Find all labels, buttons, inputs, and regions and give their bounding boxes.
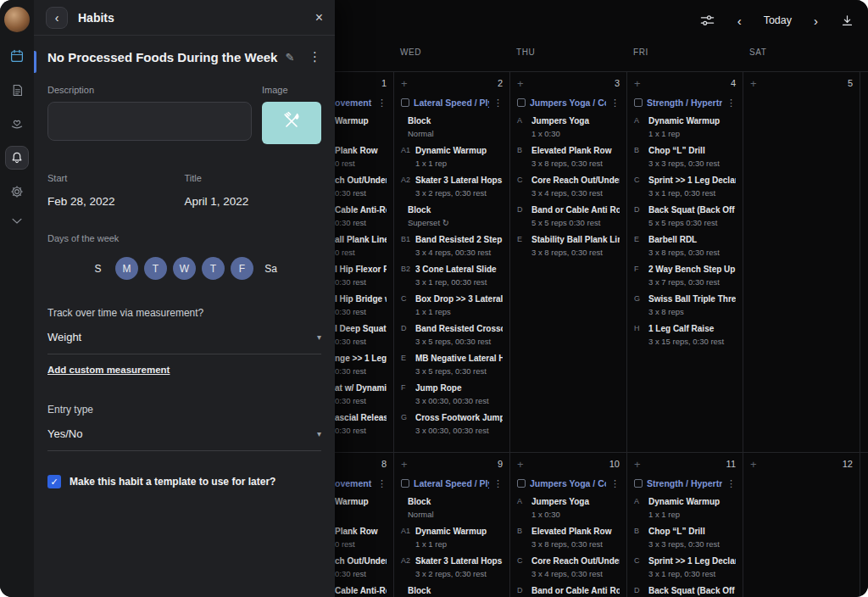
exercise-item[interactable]: AJumpers Yoga1 x 0:30 — [517, 115, 620, 138]
kebab-icon[interactable]: ⋮ — [309, 49, 321, 64]
exercise-item[interactable]: ch Out/Under0:30 rest — [335, 555, 387, 578]
end-date-field[interactable]: April 1, 2022 — [185, 195, 322, 208]
download-icon[interactable] — [840, 14, 854, 28]
day-toggle-3-w[interactable]: W — [173, 257, 196, 280]
workout-title[interactable]: Strength / Hypertro... — [647, 98, 722, 108]
exercise-item[interactable]: DBand Resisted Crossover...3 x 5 reps, 0… — [401, 323, 503, 346]
exercise-item[interactable]: Block — [401, 585, 503, 596]
kebab-icon[interactable]: ⋮ — [377, 98, 387, 108]
add-custom-measurement-link[interactable]: Add custom measurement — [47, 365, 170, 375]
exercise-item[interactable]: ch Out/Under0:30 rest — [335, 175, 387, 198]
exercise-item[interactable]: EBarbell RDL3 x 8 reps, 0:30 rest — [634, 234, 736, 257]
exercise-item[interactable]: ADynamic Warmup1 x 1 rep — [634, 115, 736, 138]
gear-icon[interactable] — [5, 180, 29, 204]
exercise-item[interactable]: A1Dynamic Warmup1 x 1 rep — [401, 526, 503, 549]
exercise-item[interactable]: CCore Reach Out/Under3 x 4 reps, 0:30 re… — [517, 555, 620, 578]
add-workout-button[interactable]: + — [401, 459, 408, 470]
workout-checkbox[interactable] — [517, 479, 526, 488]
avatar[interactable] — [4, 7, 30, 32]
exercise-item[interactable]: BChop “L” Drill3 x 3 reps, 0:30 rest — [634, 145, 736, 168]
exercise-item[interactable]: DBand or Cable Anti Rotati...5 x 5 reps … — [517, 204, 620, 227]
exercise-item[interactable]: Warmup — [335, 496, 387, 519]
exercise-item[interactable]: BlockNormal — [401, 496, 503, 519]
chevron-down-icon[interactable] — [5, 209, 29, 232]
exercise-item[interactable]: l Hip Bridge w/ ...0:30 rest — [335, 293, 387, 316]
workout-checkbox[interactable] — [401, 479, 409, 488]
workout-checkbox[interactable] — [634, 479, 643, 488]
exercise-item[interactable]: EMB Negative Lateral Hop...3 x 5 reps, 0… — [401, 353, 503, 376]
workout-checkbox[interactable] — [401, 98, 409, 107]
exercise-item[interactable]: Warmup — [335, 115, 387, 138]
add-workout-button[interactable]: + — [517, 459, 524, 470]
prev-week-icon[interactable]: ‹ — [737, 14, 742, 27]
exercise-item[interactable]: H1 Leg Calf Raise3 x 15 reps, 0:30 rest — [634, 323, 736, 346]
exercise-item[interactable]: l Hip Flexor Rais...0:30 rest — [335, 264, 387, 287]
exercise-item[interactable]: Cable Anti-Rotati...0:30 rest — [335, 204, 387, 227]
exercise-item[interactable]: EStability Ball Plank Linear ...3 x 8 re… — [517, 234, 620, 257]
add-workout-button[interactable]: + — [401, 78, 408, 89]
kebab-icon[interactable]: ⋮ — [493, 98, 503, 108]
exercise-item[interactable]: FJump Rope3 x 00:30, 00:30 rest — [401, 382, 503, 405]
workout-title[interactable]: ovement Q... — [335, 478, 373, 488]
workout-title[interactable]: Jumpers Yoga / Core — [530, 98, 606, 108]
exercise-item[interactable]: GCross Footwork Jump Rope3 x 00:30, 00:3… — [401, 412, 503, 435]
template-checkbox[interactable]: ✓ — [47, 475, 61, 488]
measurement-select[interactable]: Weight ▾ — [47, 331, 321, 354]
calendar-icon[interactable] — [5, 44, 29, 68]
exercise-item[interactable]: CSprint >> 1 Leg Declarations3 x 1 rep, … — [634, 175, 736, 198]
add-workout-button[interactable]: + — [634, 78, 641, 89]
pencil-icon[interactable]: ✎ — [285, 51, 309, 64]
add-workout-button[interactable]: + — [750, 459, 757, 470]
exercise-item[interactable]: A2Skater 3 Lateral Hops >> ...3 x 2 reps… — [401, 555, 503, 578]
add-workout-button[interactable]: + — [750, 78, 757, 89]
exercise-item[interactable]: at w/ Dynamic P...0:30 rest — [335, 382, 387, 405]
exercise-item[interactable]: BElevated Plank Row3 x 8 reps, 0:30 rest — [517, 145, 620, 168]
day-toggle-4-t[interactable]: T — [202, 257, 225, 280]
workout-title[interactable]: Jumpers Yoga / Core — [530, 478, 606, 488]
kebab-icon[interactable]: ⋮ — [726, 98, 736, 108]
exercise-item[interactable]: CSprint >> 1 Leg Declarations3 x 1 rep, … — [634, 555, 736, 578]
exercise-item[interactable]: ADynamic Warmup1 x 1 rep — [634, 496, 736, 519]
next-week-icon[interactable]: › — [814, 14, 818, 27]
day-toggle-0-s[interactable]: S — [86, 257, 109, 280]
exercise-item[interactable]: A2Skater 3 Lateral Hops >> ...3 x 2 reps… — [401, 175, 503, 198]
filters-icon[interactable] — [699, 14, 715, 27]
kebab-icon[interactable]: ⋮ — [610, 479, 620, 488]
exercise-item[interactable]: AJumpers Yoga1 x 0:30 — [517, 496, 620, 519]
heart-hands-icon[interactable] — [5, 112, 29, 136]
exercise-item[interactable]: A1Dynamic Warmup1 x 1 rep — [401, 145, 503, 168]
add-workout-button[interactable]: + — [634, 459, 641, 470]
day-toggle-5-f[interactable]: F — [231, 257, 253, 280]
workout-title[interactable]: ovement Q... — [335, 98, 373, 108]
exercise-item[interactable]: DBack Squat (Back Off Set) — [634, 585, 736, 596]
exercise-item[interactable]: Cable Anti-Rotati... — [335, 585, 387, 597]
start-date-field[interactable]: Feb 28, 2022 — [47, 195, 185, 208]
entry-type-select[interactable]: Yes/No ▾ — [47, 427, 321, 451]
exercise-item[interactable]: B23 Cone Lateral Slide3 x 1 rep, 00:30 r… — [401, 264, 503, 287]
exercise-item[interactable]: l Deep Squat Mo...0:30 rest — [335, 323, 387, 346]
habit-image[interactable] — [262, 102, 321, 144]
exercise-item[interactable]: nge >> 1 Leg St...0:30 rest — [335, 353, 387, 376]
kebab-icon[interactable]: ⋮ — [377, 479, 387, 488]
document-icon[interactable] — [5, 78, 29, 102]
day-toggle-2-t[interactable]: T — [144, 257, 167, 280]
workout-title[interactable]: Lateral Speed / Plyo — [414, 478, 489, 488]
add-workout-button[interactable]: + — [517, 78, 524, 89]
exercise-item[interactable]: CBox Drop >> 3 Lateral H...1 x 1 reps — [401, 293, 503, 316]
day-toggle-1-m[interactable]: M — [115, 257, 138, 280]
exercise-item[interactable]: CCore Reach Out/Under3 x 4 reps, 0:30 re… — [517, 175, 620, 198]
exercise-item[interactable]: BlockSuperset ↻ — [401, 204, 503, 227]
exercise-item[interactable]: DBand or Cable Anti Rotati... — [517, 585, 620, 596]
exercise-item[interactable]: B1Band Resisted 2 Step Late...3 x 4 reps… — [401, 234, 503, 257]
close-icon[interactable]: × — [315, 11, 323, 25]
kebab-icon[interactable]: ⋮ — [610, 98, 620, 108]
exercise-item[interactable]: BChop “L” Drill3 x 3 reps, 0:30 rest — [634, 526, 736, 549]
kebab-icon[interactable]: ⋮ — [493, 479, 503, 488]
day-toggle-6-sa[interactable]: Sa — [259, 257, 282, 280]
description-textarea[interactable] — [47, 102, 252, 141]
today-button[interactable]: Today — [764, 14, 792, 26]
workout-title[interactable]: Lateral Speed / Plyo — [414, 98, 489, 108]
exercise-item[interactable]: BlockNormal — [401, 115, 503, 138]
workout-checkbox[interactable] — [517, 98, 526, 107]
workout-checkbox[interactable] — [634, 98, 643, 107]
